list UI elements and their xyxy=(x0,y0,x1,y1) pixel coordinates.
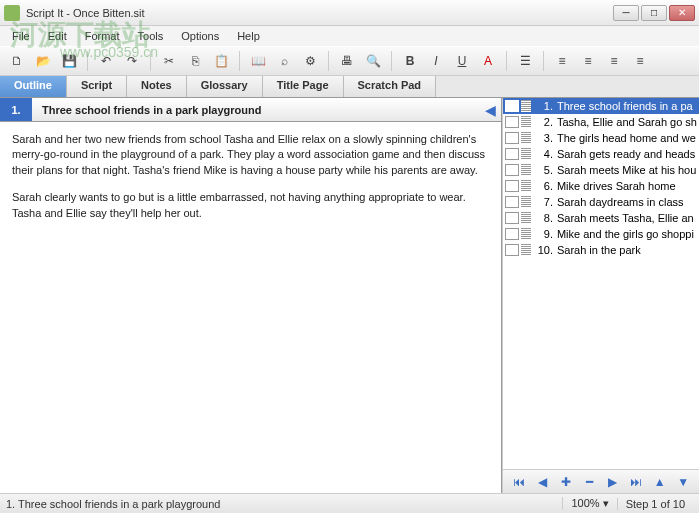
card-icon xyxy=(505,100,519,112)
status-text: 1. Three school friends in a park playgr… xyxy=(6,498,562,510)
step-row-number: 4. xyxy=(535,148,557,160)
card-icon xyxy=(505,132,519,144)
print-icon[interactable]: 🖶 xyxy=(336,50,358,72)
lines-icon xyxy=(521,196,531,208)
maximize-button[interactable]: □ xyxy=(641,5,667,21)
open-icon[interactable]: 📂 xyxy=(32,50,54,72)
redo-icon[interactable]: ↷ xyxy=(121,50,143,72)
nav-down-icon[interactable]: ▼ xyxy=(675,474,691,490)
undo-icon[interactable]: ↶ xyxy=(95,50,117,72)
menu-tools[interactable]: Tools xyxy=(130,28,172,44)
step-row[interactable]: 3.The girls head home and we xyxy=(503,130,699,146)
tab-titlepage[interactable]: Title Page xyxy=(263,76,344,97)
step-editor[interactable]: Sarah and her two new friends from schoo… xyxy=(0,122,501,493)
lines-icon xyxy=(521,212,531,224)
close-button[interactable]: ✕ xyxy=(669,5,695,21)
align-right-icon[interactable]: ≡ xyxy=(603,50,625,72)
tab-glossary[interactable]: Glossary xyxy=(187,76,263,97)
step-row-number: 1. xyxy=(535,100,557,112)
lines-icon xyxy=(521,164,531,176)
step-row[interactable]: 9.Mike and the girls go shoppi xyxy=(503,226,699,242)
tool1-icon[interactable]: ⌕ xyxy=(273,50,295,72)
window-title: Script It - Once Bitten.sit xyxy=(26,7,613,19)
underline-button[interactable]: U xyxy=(451,50,473,72)
lines-icon xyxy=(521,132,531,144)
step-navbar: ⏮ ◀ ✚ ━ ▶ ⏭ ▲ ▼ xyxy=(503,469,699,493)
align-center-icon[interactable]: ≡ xyxy=(577,50,599,72)
toolbar: 🗋 📂 💾 ↶ ↷ ✂ ⎘ 📋 📖 ⌕ ⚙ 🖶 🔍 B I U A ☰ ≡ ≡ … xyxy=(0,46,699,76)
nav-next-icon[interactable]: ▶ xyxy=(605,474,621,490)
tab-notes[interactable]: Notes xyxy=(127,76,187,97)
nav-up-icon[interactable]: ▲ xyxy=(652,474,668,490)
align-left-icon[interactable]: ≡ xyxy=(551,50,573,72)
step-row-title: Three school friends in a pa xyxy=(557,100,697,112)
step-row[interactable]: 5.Sarah meets Mike at his hou xyxy=(503,162,699,178)
italic-button[interactable]: I xyxy=(425,50,447,72)
step-row-title: Mike drives Sarah home xyxy=(557,180,697,192)
collapse-icon[interactable]: ◀ xyxy=(481,100,501,120)
save-icon[interactable]: 💾 xyxy=(58,50,80,72)
lines-icon xyxy=(521,180,531,192)
copy-icon[interactable]: ⎘ xyxy=(184,50,206,72)
card-icon xyxy=(505,196,519,208)
step-row-number: 10. xyxy=(535,244,557,256)
menu-edit[interactable]: Edit xyxy=(40,28,75,44)
menu-options[interactable]: Options xyxy=(173,28,227,44)
step-header: 1. Three school friends in a park playgr… xyxy=(0,98,501,122)
align-justify-icon[interactable]: ≡ xyxy=(629,50,651,72)
menu-format[interactable]: Format xyxy=(77,28,128,44)
step-row[interactable]: 7.Sarah daydreams in class xyxy=(503,194,699,210)
tab-scratchpad[interactable]: Scratch Pad xyxy=(344,76,437,97)
step-row-title: Sarah in the park xyxy=(557,244,697,256)
card-icon xyxy=(505,148,519,160)
step-indicator: Step 1 of 10 xyxy=(617,498,693,510)
step-row[interactable]: 10.Sarah in the park xyxy=(503,242,699,258)
new-icon[interactable]: 🗋 xyxy=(6,50,28,72)
bold-button[interactable]: B xyxy=(399,50,421,72)
card-icon xyxy=(505,164,519,176)
editor-paragraph: Sarah clearly wants to go but is a littl… xyxy=(12,190,489,221)
step-row-title: Tasha, Ellie and Sarah go sh xyxy=(557,116,697,128)
book-icon[interactable]: 📖 xyxy=(247,50,269,72)
step-row-number: 8. xyxy=(535,212,557,224)
card-icon xyxy=(505,212,519,224)
card-icon xyxy=(505,180,519,192)
menubar: File Edit Format Tools Options Help xyxy=(0,26,699,46)
step-list[interactable]: 1.Three school friends in a pa2.Tasha, E… xyxy=(503,98,699,469)
step-row-number: 3. xyxy=(535,132,557,144)
tab-script[interactable]: Script xyxy=(67,76,127,97)
nav-remove-icon[interactable]: ━ xyxy=(581,474,597,490)
step-row[interactable]: 2.Tasha, Ellie and Sarah go sh xyxy=(503,114,699,130)
nav-add-icon[interactable]: ✚ xyxy=(558,474,574,490)
zoom-control[interactable]: 100% ▾ xyxy=(562,497,616,510)
step-row-title: The girls head home and we xyxy=(557,132,697,144)
step-row[interactable]: 6.Mike drives Sarah home xyxy=(503,178,699,194)
nav-first-icon[interactable]: ⏮ xyxy=(511,474,527,490)
minimize-button[interactable]: ─ xyxy=(613,5,639,21)
menu-file[interactable]: File xyxy=(4,28,38,44)
step-row[interactable]: 1.Three school friends in a pa xyxy=(503,98,699,114)
lines-icon xyxy=(521,100,531,112)
editor-paragraph: Sarah and her two new friends from schoo… xyxy=(12,132,489,178)
nav-prev-icon[interactable]: ◀ xyxy=(534,474,550,490)
step-row-title: Sarah meets Tasha, Ellie an xyxy=(557,212,697,224)
paste-icon[interactable]: 📋 xyxy=(210,50,232,72)
step-row[interactable]: 4.Sarah gets ready and heads xyxy=(503,146,699,162)
step-row-title: Sarah daydreams in class xyxy=(557,196,697,208)
nav-last-icon[interactable]: ⏭ xyxy=(628,474,644,490)
preview-icon[interactable]: 🔍 xyxy=(362,50,384,72)
font-color-icon[interactable]: A xyxy=(477,50,499,72)
step-row[interactable]: 8.Sarah meets Tasha, Ellie an xyxy=(503,210,699,226)
menu-help[interactable]: Help xyxy=(229,28,268,44)
step-title[interactable]: Three school friends in a park playgroun… xyxy=(32,104,481,116)
list-icon[interactable]: ☰ xyxy=(514,50,536,72)
cut-icon[interactable]: ✂ xyxy=(158,50,180,72)
tab-outline[interactable]: Outline xyxy=(0,76,67,97)
app-icon xyxy=(4,5,20,21)
lines-icon xyxy=(521,244,531,256)
lines-icon xyxy=(521,148,531,160)
step-row-number: 9. xyxy=(535,228,557,240)
step-row-number: 2. xyxy=(535,116,557,128)
tool2-icon[interactable]: ⚙ xyxy=(299,50,321,72)
card-icon xyxy=(505,228,519,240)
